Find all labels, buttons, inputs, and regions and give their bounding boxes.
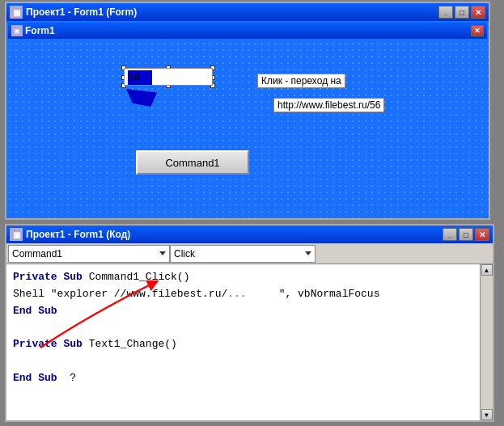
code-maximize-button[interactable]: □ <box>459 228 473 241</box>
code-line-5: Private Sub Text1_Change() <box>13 336 486 353</box>
form-window: ▣ Проект1 - Form1 (Form) _ □ ✕ ▣ Form1 ✕ <box>5 2 490 220</box>
text-field-value: 56 <box>128 71 139 83</box>
object-dropdown[interactable]: Command1 <box>8 245 170 263</box>
text-field-wrapper: 56 <box>124 68 213 86</box>
form-content: ▣ Form1 ✕ 56 Клик - <box>6 21 489 218</box>
inner-form-controls: ✕ <box>471 25 484 36</box>
form-window-controls: _ □ ✕ <box>438 6 485 19</box>
code-window: ▣ Проект1 - Form1 (Код) _ □ ✕ Command1 C… <box>5 224 494 422</box>
command1-button[interactable]: Command1 <box>136 150 249 175</box>
code-window-title: Проект1 - Form1 (Код) <box>26 229 130 240</box>
code-window-icon: ▣ <box>10 228 23 241</box>
code-editor[interactable]: Private Sub Command1_Click() Shell "expl… <box>6 264 493 420</box>
code-minimize-button[interactable]: _ <box>443 228 457 241</box>
label-url: http://www.filebest.ru/56 <box>273 98 384 112</box>
inner-window-icon: ▣ <box>11 25 23 36</box>
scroll-down-button[interactable]: ▼ <box>481 409 493 420</box>
code-title-bar: ▣ Проект1 - Form1 (Код) _ □ ✕ <box>6 226 493 243</box>
form-title-bar: ▣ Проект1 - Form1 (Form) _ □ ✕ <box>6 3 489 21</box>
code-window-controls: _ □ ✕ <box>443 228 489 241</box>
code-line-6 <box>13 353 486 370</box>
close-button[interactable]: ✕ <box>471 6 485 19</box>
event-dropdown[interactable]: Click <box>170 245 316 263</box>
maximize-button[interactable]: □ <box>455 6 469 19</box>
code-scrollbar[interactable]: ▲ ▼ <box>480 264 493 420</box>
dropdown2-arrow <box>305 251 311 255</box>
text-input[interactable]: 56 <box>124 68 213 86</box>
code-line-1: Private Sub Command1_Click() <box>13 269 486 286</box>
minimize-button[interactable]: _ <box>438 6 453 19</box>
code-close-button[interactable]: ✕ <box>475 228 489 241</box>
dropdown1-arrow <box>159 251 166 255</box>
code-line-2: Shell "explorer //www.filebest.ru/...", … <box>13 286 486 303</box>
code-toolbar: Command1 Click <box>6 243 493 264</box>
code-line-7: End Sub ? <box>13 370 486 387</box>
scroll-up-button[interactable]: ▲ <box>481 264 493 276</box>
blue-decoration <box>126 89 157 107</box>
form-window-title: Проект1 - Form1 (Form) <box>26 6 137 18</box>
label-click: Клик - переход на <box>257 74 345 88</box>
code-line-8 <box>13 387 486 404</box>
inner-form-title: Form1 <box>25 25 55 36</box>
inner-close-button[interactable]: ✕ <box>471 25 484 36</box>
code-line-4 <box>13 319 486 336</box>
form-window-icon: ▣ <box>10 6 23 19</box>
code-line-3: End Sub <box>13 303 486 320</box>
inner-form-title-bar: ▣ Form1 ✕ <box>8 23 487 39</box>
